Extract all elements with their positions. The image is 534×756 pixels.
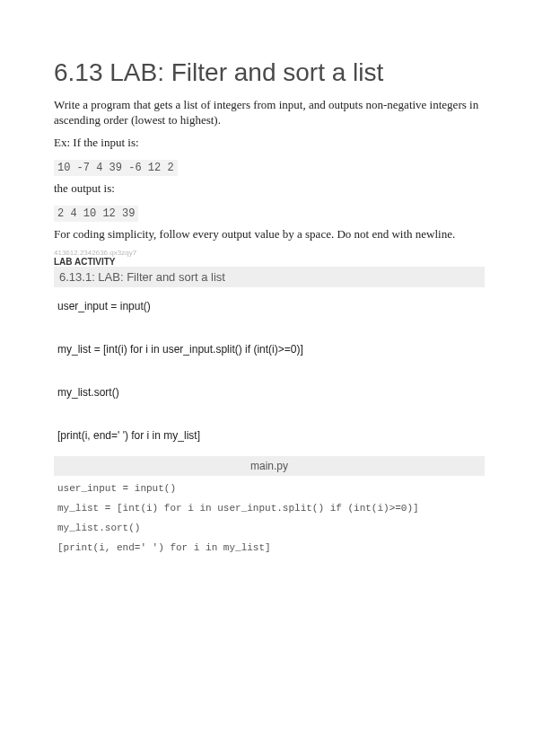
example-prefix: Ex: If the input is: [54, 136, 485, 151]
page-title: 6.13 LAB: Filter and sort a list [54, 58, 485, 87]
student-code-line: my_list = [int(i) for i in user_input.sp… [54, 343, 485, 356]
source-code-line: my_list = [int(i) for i in user_input.sp… [54, 503, 485, 514]
student-code-line: my_list.sort() [54, 386, 485, 399]
note-text: For coding simplicity, follow every outp… [54, 227, 485, 242]
output-label: the output is: [54, 181, 485, 197]
student-code-line: [print(i, end=' ') for i in my_list] [54, 429, 485, 442]
example-input-code: 10 -7 4 39 -6 12 2 [54, 160, 178, 176]
file-tab: main.py [54, 456, 485, 476]
source-code-line: user_input = input() [54, 483, 485, 494]
student-code-line: user_input = input() [54, 300, 485, 312]
small-id-text: 413612.2342636.qx3zqy7 [54, 249, 485, 257]
lab-activity-label: LAB ACTIVITY [54, 257, 485, 267]
lab-title-bar: 6.13.1: LAB: Filter and sort a list [54, 267, 485, 287]
example-output-code: 2 4 10 12 39 [54, 206, 138, 222]
source-code-line: [print(i, end=' ') for i in my_list] [54, 542, 485, 553]
document-page: 6.13 LAB: Filter and sort a list Write a… [0, 0, 534, 598]
description-text: Write a program that gets a list of inte… [54, 98, 485, 128]
source-code-line: my_list.sort() [54, 523, 485, 533]
